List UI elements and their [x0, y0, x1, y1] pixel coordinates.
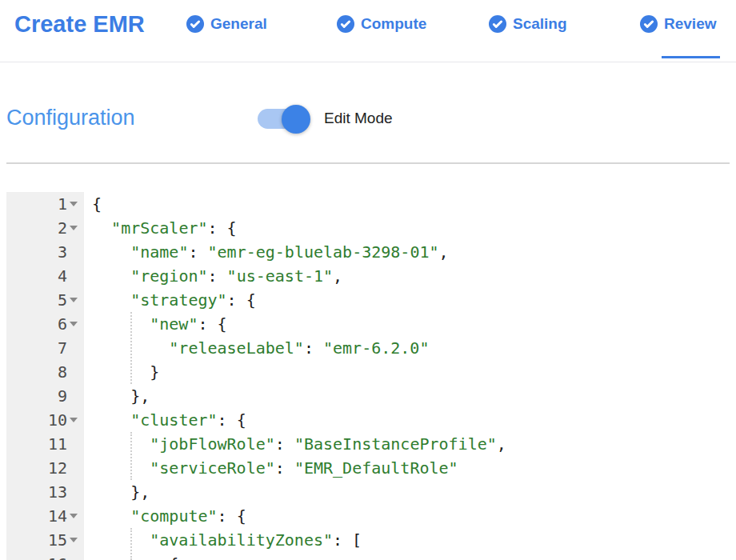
line-number: 16: [48, 554, 67, 560]
editor-line[interactable]: 2 "mrScaler": {: [6, 216, 736, 240]
editor-line[interactable]: 8 }: [6, 360, 736, 384]
fold-arrow-icon[interactable]: [67, 336, 80, 360]
fold-arrow-icon[interactable]: [67, 408, 80, 432]
line-number: 2: [58, 218, 67, 238]
code-text[interactable]: },: [84, 384, 150, 408]
gutter-cell: 10: [6, 408, 84, 432]
line-number: 6: [58, 314, 67, 334]
code-text[interactable]: "compute": {: [84, 504, 246, 528]
check-circle-icon: [640, 15, 658, 33]
editor-line[interactable]: 13 },: [6, 480, 736, 504]
code-text[interactable]: {: [84, 192, 102, 216]
wizard-step[interactable]: Compute: [337, 15, 426, 33]
fold-arrow-icon[interactable]: [67, 240, 80, 264]
editor-line[interactable]: 9 },: [6, 384, 736, 408]
wizard-step[interactable]: Review: [640, 15, 716, 33]
indent-guide: [130, 312, 132, 384]
editor-line[interactable]: 5 "strategy": {: [6, 288, 736, 312]
line-number: 11: [48, 434, 67, 454]
fold-arrow-icon[interactable]: [67, 360, 80, 384]
edit-mode-toggle[interactable]: [258, 103, 312, 135]
gutter-cell: 6: [6, 312, 84, 336]
line-number: 8: [58, 362, 67, 382]
fold-arrow-icon[interactable]: [67, 264, 80, 288]
gutter-cell: 11: [6, 432, 84, 456]
step-label: Review: [664, 15, 716, 33]
fold-arrow-icon[interactable]: [67, 528, 80, 552]
fold-arrow-icon[interactable]: [67, 384, 80, 408]
code-text[interactable]: }: [84, 360, 159, 384]
indent-guide: [130, 528, 132, 560]
section-title: Configuration: [6, 106, 135, 130]
line-number: 5: [58, 290, 67, 310]
check-circle-icon: [186, 15, 204, 33]
editor-line[interactable]: 15 "availabilityZones": [: [6, 528, 736, 552]
fold-arrow-icon[interactable]: [67, 288, 80, 312]
fold-arrow-icon[interactable]: [67, 456, 80, 480]
code-text[interactable]: "mrScaler": {: [84, 216, 237, 240]
editor-line[interactable]: 10 "cluster": {: [6, 408, 736, 432]
gutter-cell: 3: [6, 240, 84, 264]
editor-line[interactable]: 16 {: [6, 552, 736, 560]
gutter-cell: 12: [6, 456, 84, 480]
fold-arrow-icon[interactable]: [67, 432, 80, 456]
code-text[interactable]: "strategy": {: [84, 288, 256, 312]
fold-arrow-icon[interactable]: [67, 192, 80, 216]
editor-line[interactable]: 14 "compute": {: [6, 504, 736, 528]
code-text[interactable]: "region": "us-east-1",: [84, 264, 342, 288]
fold-arrow-icon[interactable]: [67, 504, 80, 528]
editor-line[interactable]: 12 "serviceRole": "EMR_DefaultRole": [6, 456, 736, 480]
edit-mode-label: Edit Mode: [324, 110, 393, 127]
code-text[interactable]: "availabilityZones": [: [84, 528, 362, 552]
editor-line[interactable]: 6 "new": {: [6, 312, 736, 336]
line-number: 4: [58, 266, 67, 286]
gutter-cell: 8: [6, 360, 84, 384]
fold-arrow-icon[interactable]: [67, 216, 80, 240]
check-circle-icon: [337, 15, 354, 33]
fold-arrow-icon[interactable]: [67, 480, 80, 504]
editor-line[interactable]: 1 {: [6, 192, 736, 216]
gutter-cell: 15: [6, 528, 84, 552]
step-label: Compute: [361, 15, 426, 33]
gutter-cell: 9: [6, 384, 84, 408]
check-circle-icon: [489, 15, 506, 33]
editor-line[interactable]: 4 "region": "us-east-1",: [6, 264, 736, 288]
fold-arrow-icon[interactable]: [67, 552, 80, 560]
step-label: General: [210, 15, 267, 33]
json-editor[interactable]: 1 { 2 "mrScaler": { 3 "name": "emr-eg-bl…: [6, 192, 736, 560]
editor-line[interactable]: 3 "name": "emr-eg-bluelab-3298-01",: [6, 240, 736, 264]
divider: [6, 162, 730, 164]
line-number: 7: [58, 338, 67, 358]
wizard-steps: General Compute Scaling Review: [0, 0, 736, 62]
editor-line[interactable]: 11 "jobFlowRole": "BaseInstanceProfile",: [6, 432, 736, 456]
line-number: 14: [48, 506, 67, 526]
gutter-cell: 16: [6, 552, 84, 560]
toggle-knob: [282, 105, 310, 134]
code-text[interactable]: "cluster": {: [84, 408, 246, 432]
code-text[interactable]: "jobFlowRole": "BaseInstanceProfile",: [84, 432, 506, 456]
code-text[interactable]: "serviceRole": "EMR_DefaultRole": [84, 456, 458, 480]
line-number: 3: [58, 242, 67, 262]
code-text[interactable]: },: [84, 480, 150, 504]
wizard-header: Create EMR General Compute Scaling: [0, 0, 736, 62]
gutter-cell: 1: [6, 192, 84, 216]
gutter-cell: 7: [6, 336, 84, 360]
fold-arrow-icon[interactable]: [67, 312, 80, 336]
line-number: 13: [48, 482, 67, 502]
step-label: Scaling: [513, 15, 567, 33]
line-number: 15: [48, 530, 67, 550]
gutter-cell: 4: [6, 264, 84, 288]
code-text[interactable]: "new": {: [84, 312, 227, 336]
line-number: 10: [48, 410, 67, 430]
wizard-step[interactable]: Scaling: [489, 15, 567, 33]
gutter-cell: 5: [6, 288, 84, 312]
code-text[interactable]: "name": "emr-eg-bluelab-3298-01",: [84, 240, 449, 264]
gutter-cell: 14: [6, 504, 84, 528]
line-number: 9: [58, 386, 67, 406]
line-number: 12: [48, 458, 67, 478]
create-emr-page: Create EMR General Compute Scaling: [0, 0, 736, 560]
wizard-step[interactable]: General: [186, 15, 267, 33]
code-text[interactable]: "releaseLabel": "emr-6.2.0": [84, 336, 429, 360]
editor-line[interactable]: 7 "releaseLabel": "emr-6.2.0": [6, 336, 736, 360]
line-number: 1: [58, 194, 67, 214]
